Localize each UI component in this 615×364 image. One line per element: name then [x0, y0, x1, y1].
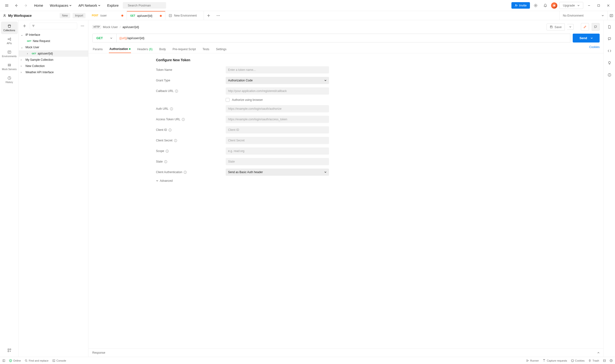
info-button[interactable]	[606, 71, 613, 79]
svg-rect-19	[8, 349, 9, 350]
capture-button[interactable]: Capture requests	[543, 359, 567, 362]
create-collection-button[interactable]	[21, 22, 28, 30]
cookies-link[interactable]: Cookies	[589, 45, 600, 53]
nav-collections[interactable]: Collections	[1, 22, 18, 34]
new-button[interactable]: New	[60, 13, 70, 18]
method-select[interactable]: GET	[92, 34, 117, 42]
upgrade-button[interactable]: Upgrade	[559, 2, 583, 9]
grant-type-select[interactable]: Authorization Code	[226, 77, 329, 84]
layout-icon	[603, 359, 606, 362]
tree-api-user-id[interactable]: ›GETapi/user/{id}	[19, 51, 88, 57]
layout-button[interactable]	[603, 359, 606, 362]
trash-button[interactable]: Trash	[588, 359, 599, 362]
search-box[interactable]	[123, 2, 166, 9]
tab-params[interactable]: Params	[92, 45, 103, 53]
tree-my-sample[interactable]: ›My Sample Collection	[19, 57, 88, 63]
tab-body[interactable]: Body	[159, 45, 166, 53]
maximize-button[interactable]	[595, 2, 602, 9]
lightbulb-icon	[608, 61, 611, 65]
breadcrumb-current: api/user/{id}	[123, 25, 139, 29]
advanced-toggle[interactable]: Advanced	[156, 179, 329, 182]
lightbulb-button[interactable]	[606, 59, 613, 67]
user-plus-icon	[515, 4, 518, 7]
apis-icon	[7, 37, 12, 41]
authorize-browser-checkbox[interactable]	[226, 98, 230, 102]
close-button[interactable]	[604, 2, 612, 9]
client-id-input[interactable]	[226, 126, 329, 133]
environment-selector[interactable]: No Environment	[559, 11, 607, 20]
nav-apis[interactable]: APIs	[1, 35, 18, 47]
save-dropdown-button[interactable]	[567, 24, 574, 30]
save-button[interactable]: Save	[547, 24, 565, 30]
tab-prerequest[interactable]: Pre-request Script	[172, 45, 196, 53]
send-button[interactable]: Send	[573, 34, 600, 42]
search-input[interactable]	[128, 4, 168, 7]
console-button[interactable]: Console	[52, 359, 66, 362]
token-name-input[interactable]	[226, 66, 329, 74]
import-button[interactable]: Import	[73, 13, 85, 18]
forward-button[interactable]	[22, 2, 30, 9]
workspace-title[interactable]: My Workspace	[3, 14, 57, 17]
online-status[interactable]: Online	[9, 359, 21, 362]
response-bar[interactable]: Response	[88, 348, 603, 357]
docs-button[interactable]	[606, 23, 613, 31]
callback-url-label: Callback URL	[156, 89, 221, 93]
tab-authorization[interactable]: Authorization	[109, 45, 131, 53]
request-tabs: POST /user GET api/user/{id} New Environ…	[88, 11, 559, 20]
auth-panel: Configure New Token Token Name Grant Typ…	[88, 53, 603, 348]
tab-get-user-id[interactable]: GET api/user/{id}	[127, 11, 165, 20]
tab-post-user[interactable]: POST /user	[88, 11, 127, 20]
tab-overflow-button[interactable]	[213, 11, 223, 20]
runner-button[interactable]: Runner	[526, 359, 539, 362]
environment-quicklook-button[interactable]	[607, 11, 615, 20]
tree-new-request[interactable]: GETNew Request	[19, 38, 88, 44]
nav-environments[interactable]: Environments	[1, 48, 18, 60]
notifications-button[interactable]	[541, 2, 549, 9]
tree-ip-interface[interactable]: ⌄IP Interface	[19, 32, 88, 38]
add-tab-button[interactable]	[204, 11, 213, 20]
console-icon	[52, 359, 55, 362]
tab-headers[interactable]: Headers (6)	[137, 45, 153, 53]
client-auth-select[interactable]: Send as Basic Auth header	[226, 169, 329, 176]
back-button[interactable]	[13, 2, 20, 9]
nav-history[interactable]: History	[1, 74, 18, 86]
client-secret-input[interactable]	[226, 137, 329, 144]
find-replace-button[interactable]: Find and replace	[25, 359, 49, 362]
nav-explore[interactable]: Explore	[105, 2, 121, 9]
tab-tests[interactable]: Tests	[202, 45, 210, 53]
callback-url-input[interactable]	[226, 87, 329, 95]
tab-settings[interactable]: Settings	[216, 45, 227, 53]
auth-url-input[interactable]	[226, 105, 329, 112]
help-button[interactable]	[610, 359, 613, 362]
nav-api-network[interactable]: API Network	[76, 2, 103, 9]
url-input[interactable]: {{url}}/api/user/{id}	[117, 34, 570, 42]
code-button[interactable]	[606, 47, 613, 55]
access-token-url-input[interactable]	[226, 116, 329, 123]
nav-configure[interactable]	[1, 346, 18, 355]
filter-input[interactable]	[30, 23, 77, 29]
invite-button[interactable]: Invite	[511, 2, 530, 9]
tree-new-collection[interactable]: ›New Collection	[19, 63, 88, 69]
nav-mock-servers[interactable]: Mock Servers	[1, 61, 18, 73]
comment-button[interactable]	[591, 23, 600, 31]
breadcrumb: HTTP Mock User / api/user/{id}	[92, 25, 139, 29]
sidebar-overflow-button[interactable]	[79, 22, 86, 30]
tree-weather[interactable]: ›Weather API Interface	[19, 69, 88, 75]
nav-home[interactable]: Home	[32, 2, 45, 9]
tree-mock-user[interactable]: ⌄Mock User	[19, 44, 88, 51]
tab-new-environment[interactable]: New Environment	[165, 11, 204, 20]
cookies-button[interactable]: Cookies	[571, 359, 585, 362]
scope-input[interactable]	[226, 147, 329, 155]
breadcrumb-parent[interactable]: Mock User	[103, 25, 118, 29]
edit-button[interactable]	[581, 23, 589, 31]
nav-workspaces[interactable]: Workspaces	[47, 2, 74, 9]
menu-button[interactable]	[3, 2, 11, 9]
comments-button[interactable]	[606, 35, 613, 43]
state-input[interactable]	[226, 158, 329, 165]
sidebar-toggle-button[interactable]	[2, 359, 5, 362]
settings-button[interactable]	[532, 2, 540, 9]
auth-url-label: Auth URL	[156, 107, 221, 110]
avatar[interactable]	[551, 2, 557, 9]
info-icon	[175, 90, 178, 93]
minimize-button[interactable]	[585, 2, 593, 9]
